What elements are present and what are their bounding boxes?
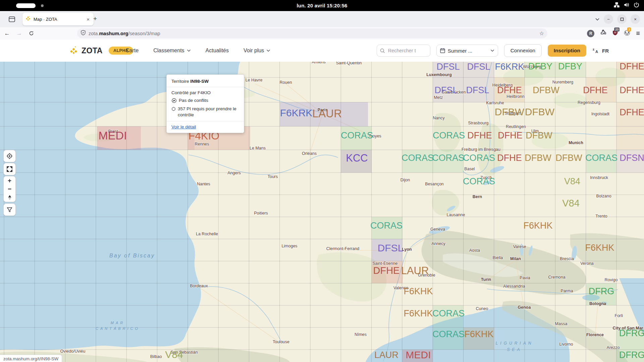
territory-label[interactable]: LAUR (374, 350, 398, 360)
nav-carte[interactable]: Carte (125, 48, 139, 54)
nav-actualites[interactable]: Actualités (206, 48, 229, 54)
territory-label[interactable]: DFBW (495, 106, 525, 117)
zoom-in-button[interactable]: + (8, 177, 11, 185)
shield-permissions-icon[interactable] (80, 30, 86, 37)
territory-label[interactable]: DFHE (620, 107, 644, 117)
territory-label[interactable]: CORAS (341, 130, 373, 140)
territory-label[interactable]: DFHE (373, 265, 400, 276)
territory-label[interactable]: V84 (165, 349, 183, 360)
zoom-out-button[interactable]: − (8, 185, 11, 193)
popup-detail-link[interactable]: Voir le détail (171, 124, 196, 129)
search-icon (380, 48, 385, 53)
city-label: Amiens (312, 62, 326, 64)
territory-label[interactable]: CORAS (432, 329, 465, 339)
forward-button[interactable]: → (14, 29, 24, 38)
territory-label[interactable]: DFHE (498, 130, 523, 140)
territory-label[interactable]: F6KHK (404, 308, 433, 318)
extensions-puzzle-icon[interactable] (600, 29, 606, 37)
territory-label[interactable]: DFSL (378, 242, 404, 253)
territory-label[interactable]: DFRG (619, 328, 644, 338)
compass-icon (8, 195, 12, 200)
territory-label[interactable]: LAUR (312, 107, 342, 120)
season-select[interactable]: Summer ... (436, 45, 498, 57)
territory-label[interactable]: F6KHK (523, 221, 552, 231)
territory-label[interactable]: F6KHK (464, 329, 493, 339)
tab-close-icon[interactable]: × (85, 16, 91, 22)
territory-label[interactable]: DFRG (619, 350, 644, 360)
extension-r-icon[interactable]: R (587, 30, 594, 37)
territory-label[interactable]: KCC (346, 152, 368, 164)
window-minimize-button[interactable]: − (604, 14, 613, 24)
territory-label[interactable]: CORAS (370, 221, 402, 231)
map-canvas[interactable]: AmiensSaint-QuentinLe HavreRouenLuxembou… (0, 62, 644, 362)
link-status-bar: zota.mashum.org/t/IN98-SW (0, 355, 62, 362)
territory-label[interactable]: F6KRK (495, 62, 524, 72)
nav-voir-plus[interactable]: Voir plus (244, 48, 270, 54)
territory-label[interactable]: DFBW (526, 130, 552, 140)
territory-label[interactable]: DFSL (434, 85, 458, 95)
territory-label[interactable]: V84 (564, 176, 580, 186)
window-maximize-button[interactable] (617, 14, 627, 24)
territory-label[interactable]: CORAS (585, 153, 618, 163)
territory-label[interactable]: LAUR (401, 265, 429, 277)
territory-label[interactable]: DFBY (528, 62, 552, 71)
menu-hamburger-icon[interactable]: ≡ (636, 29, 640, 37)
reload-button[interactable] (26, 29, 36, 38)
territory-label[interactable]: DFBW (525, 153, 551, 163)
nav-classements[interactable]: Classements (153, 48, 191, 54)
window-close-button[interactable]: × (631, 14, 640, 24)
territory-label[interactable]: DFHE (497, 153, 522, 163)
firefox-view-icon[interactable] (6, 13, 17, 25)
territory-label[interactable]: DFBY (558, 62, 582, 71)
adblock-shield-icon[interactable]: 20 (612, 29, 618, 37)
browser-tab[interactable]: Map · ZOTA × (22, 13, 94, 25)
territory-label[interactable]: F6KHK (404, 286, 433, 296)
territory-label[interactable]: DFSL (436, 62, 460, 72)
privacy-badger-icon[interactable]: 3 (624, 29, 630, 37)
territory-label[interactable]: CORAS (432, 308, 465, 318)
brand-name[interactable]: ZOTA (82, 46, 103, 55)
zota-bee-logo[interactable] (69, 45, 78, 56)
territory-label[interactable]: V84 (562, 198, 580, 208)
search-box[interactable] (377, 45, 430, 57)
territory-label[interactable]: CORAS (463, 153, 495, 163)
bookmark-star-icon[interactable]: ☆ (539, 30, 544, 37)
compass-button[interactable] (8, 193, 12, 202)
back-button[interactable]: ← (2, 29, 12, 38)
territory-label[interactable]: F6KRK (280, 107, 313, 118)
territory-label[interactable]: DFHE (583, 85, 608, 95)
territory-label[interactable]: DFSN (620, 153, 644, 163)
territory-label[interactable]: DFHE (620, 62, 644, 71)
territory-label[interactable]: DFSL (467, 62, 490, 72)
territory-label[interactable]: CORAS (401, 153, 434, 163)
territory-label[interactable]: CORAS (463, 176, 495, 186)
new-tab-button[interactable]: + (93, 15, 97, 22)
territory-label[interactable]: DFHE (620, 85, 644, 95)
url-bar[interactable]: zota.mashum.org/season/3/map ☆ (77, 28, 547, 38)
locate-button[interactable] (3, 150, 16, 162)
territory-label[interactable]: MEDI (406, 349, 431, 360)
system-clock[interactable]: lun. 20 avril 15:20:56 (0, 0, 644, 11)
filter-button[interactable] (3, 203, 16, 216)
search-input[interactable] (387, 48, 422, 54)
territory-label[interactable]: DFBW (533, 85, 559, 95)
territory-label[interactable]: DFRG (589, 286, 614, 296)
territory-label[interactable]: CORAS (433, 130, 465, 140)
territory-label[interactable]: DFHE (467, 130, 492, 140)
territory-label[interactable]: DFHE (497, 85, 522, 95)
territory-label[interactable]: MEDI (99, 129, 127, 142)
network-icon[interactable] (614, 2, 620, 9)
list-tabs-chevron-icon[interactable] (595, 16, 600, 22)
territory-label[interactable]: DFSL (466, 85, 489, 95)
fullscreen-button[interactable] (3, 163, 16, 175)
login-button[interactable]: Connexion (504, 44, 542, 57)
signup-button[interactable]: Inscription (548, 45, 586, 57)
power-icon[interactable] (634, 2, 639, 9)
language-label[interactable]: FR (602, 48, 609, 54)
territory-label[interactable]: DFBW (525, 106, 555, 117)
url-text: zota.mashum.org/season/3/map (89, 31, 539, 36)
territory-label[interactable]: F6KHK (585, 243, 614, 253)
territory-label[interactable]: DFBW (555, 153, 582, 163)
territory-label[interactable]: CORAS (432, 153, 464, 163)
volume-icon[interactable] (624, 2, 630, 9)
